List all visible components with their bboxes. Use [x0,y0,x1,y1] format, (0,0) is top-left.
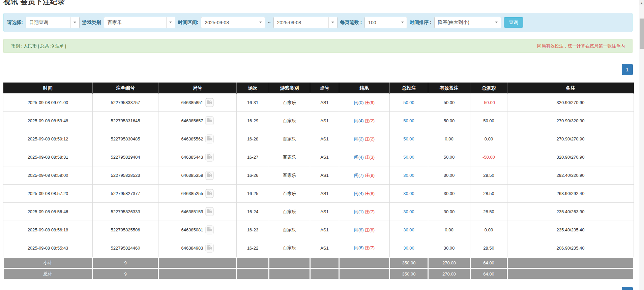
result-banker: 庄(2) [365,118,375,123]
cell-payout: 0.00 [470,130,507,148]
cell-total-bet[interactable]: 50.00 [390,130,428,148]
result-player: 闲(0) [354,100,364,105]
video-replay-icon[interactable] [205,134,214,143]
cell-valid-bet: 50.00 [428,94,470,112]
cell-total-bet[interactable]: 30.00 [390,185,428,203]
cell-bet-id: 522795826333 [93,203,158,221]
cell-total-bet[interactable]: 50.00 [390,148,428,166]
date-from-select[interactable]: 2025-09-08 [201,17,265,28]
cell-table-no: AS1 [310,166,339,185]
table-body: 2025-09-08 09:01:00522795833757646385851… [3,94,634,257]
cell-bet-id: 522795827377 [93,185,158,203]
result-banker: 庄(8) [365,227,375,232]
video-replay-icon[interactable] [205,225,214,234]
table-row: 2025-09-08 08:56:18522795825506646385081… [3,221,634,239]
cell-total-bet[interactable]: 30.00 [390,239,428,257]
vertical-scrollbar[interactable]: ▲ [639,0,644,290]
per-page-select[interactable]: 100 [364,17,407,28]
result-banker: 庄(2) [365,136,375,141]
table-header: 时间 注单编号 局号 场次 游戏类别 桌号 结果 总投注 有效投注 总派彩 备注 [3,83,634,94]
cell-total-bet[interactable]: 50.00 [390,94,428,112]
query-button[interactable]: 查询 [504,17,523,28]
result-player: 闲(4) [354,118,364,123]
cell-bet-id: 522795825506 [93,221,158,239]
date-to-value: 2025-09-08 [274,20,328,25]
cell-game-type: 百家乐 [269,221,310,239]
table-row: 2025-09-08 08:55:43522795824460646384983… [3,239,634,257]
table-row: 2025-09-08 08:57:20522795827377646385255… [3,185,634,203]
subtotal-valid-bet: 270.00 [428,257,470,268]
per-page-value: 100 [365,20,398,25]
cell-total-bet[interactable]: 30.00 [390,166,428,185]
table-row: 2025-09-08 08:58:31522795829404646385443… [3,148,634,166]
cell-time: 2025-09-08 09:01:00 [3,94,93,112]
total-valid-bet: 270.00 [428,268,470,280]
col-session: 场次 [237,83,269,94]
cell-time: 2025-09-08 08:59:48 [3,112,93,130]
video-replay-icon[interactable] [205,189,214,198]
col-table-no: 桌号 [310,83,339,94]
scrollbar-thumb[interactable] [640,19,644,49]
chevron-down-icon[interactable] [70,17,79,28]
cell-total-bet[interactable]: 30.00 [390,203,428,221]
cell-valid-bet: 30.00 [428,166,470,185]
date-to-select[interactable]: 2025-09-08 [273,17,338,28]
video-replay-icon[interactable] [205,207,214,216]
cell-game-type: 百家乐 [269,148,310,166]
cell-total-bet[interactable]: 50.00 [390,112,428,130]
cell-total-bet[interactable]: 30.00 [390,221,428,239]
table-row: 2025-09-08 08:56:46522795826333646385159… [3,203,634,221]
col-valid-bet: 有效投注 [428,83,470,94]
cell-remark: 270.90/320.90 [507,112,634,130]
cell-bet-id: 522795831645 [93,112,158,130]
per-page-label: 每页笔数 : [340,20,362,26]
cell-time: 2025-09-08 08:58:31 [3,148,93,166]
cell-remark: 235.40/235.40 [507,221,634,239]
cell-payout: 28.50 [470,185,507,203]
result-banker: 庄(7) [365,209,375,214]
time-range-label: 时间区间: [178,20,199,26]
video-replay-icon[interactable] [205,244,214,253]
cell-game-type: 百家乐 [269,185,310,203]
result-banker: 庄(8) [365,191,375,196]
game-type-select[interactable]: 百家乐 [104,17,175,28]
cell-table-no: AS1 [310,221,339,239]
video-replay-icon[interactable] [205,98,214,107]
cell-result: 闲(6) 庄(7) [339,239,390,257]
col-total-bet: 总投注 [390,83,428,94]
subtotal-payout: 64.00 [470,257,507,268]
video-replay-icon[interactable] [205,171,214,180]
cell-time: 2025-09-08 08:57:20 [3,185,93,203]
video-replay-icon[interactable] [205,153,214,162]
cell-time: 2025-09-08 08:56:18 [3,221,93,239]
cell-remark: 270.90/270.90 [507,130,634,148]
cell-round-id: 646385562 [158,130,237,148]
cell-payout: -50.00 [470,94,507,112]
pagination-page-1-bottom[interactable]: 1 [622,287,633,290]
chevron-down-icon[interactable] [166,17,175,28]
total-count: 9 [93,268,158,280]
cell-valid-bet: 0.00 [428,221,470,239]
cell-round-id: 646385159 [158,203,237,221]
cell-table-no: AS1 [310,112,339,130]
result-player: 闲(8) [354,227,364,232]
cell-round-id: 646385358 [158,166,237,185]
subtotal-total-bet: 350.00 [390,257,428,268]
chevron-down-icon[interactable] [398,17,407,28]
scroll-up-arrow-icon[interactable]: ▲ [639,0,644,5]
sort-select[interactable]: 降幂(由大到小) [434,17,501,28]
chevron-down-icon[interactable] [492,17,501,28]
chevron-down-icon[interactable] [328,17,337,28]
round-id-value: 646385851 [181,100,203,105]
cell-session: 16-26 [237,166,269,185]
cell-payout: 28.50 [470,239,507,257]
pagination-page-1-top[interactable]: 1 [622,64,633,75]
cell-session: 16-22 [237,239,269,257]
cell-result: 闲(2) 庄(2) [339,130,390,148]
round-id-value: 646385657 [181,118,203,123]
total-row: 总计 9 350.00 270.00 64.00 [3,268,634,280]
chevron-down-icon[interactable] [256,17,265,28]
video-replay-icon[interactable] [205,116,214,125]
query-type-select[interactable]: 日期查询 [26,17,80,28]
table-row: 2025-09-08 08:59:12522795830485646385562… [3,130,634,148]
